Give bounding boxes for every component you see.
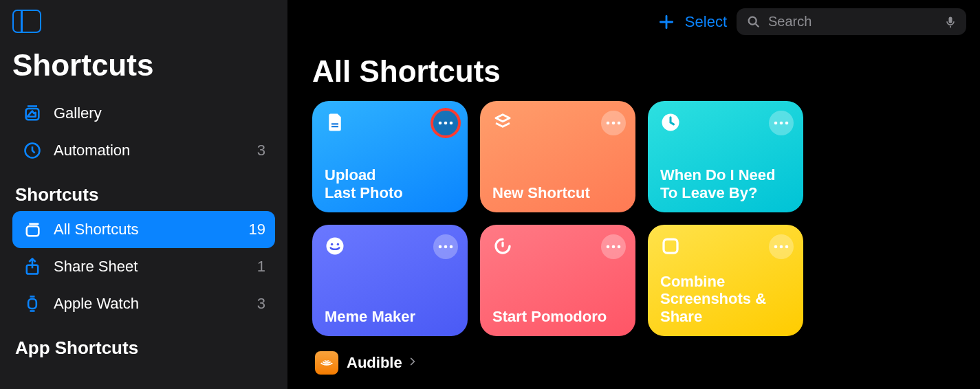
- shortcut-card[interactable]: Start Pomodoro: [480, 225, 635, 336]
- timer-icon: [492, 236, 513, 256]
- sidebar-section-app-shortcuts: App Shortcuts: [15, 337, 272, 359]
- chevron-right-icon: [408, 355, 417, 370]
- svg-rect-8: [331, 126, 338, 127]
- clock-icon: [660, 112, 681, 133]
- search-icon: [746, 14, 761, 30]
- svg-rect-2: [27, 226, 39, 236]
- card-more-button[interactable]: [433, 111, 458, 135]
- share-icon: [22, 256, 43, 277]
- sidebar-section-shortcuts: Shortcuts: [15, 184, 272, 205]
- main: Select All Shortcuts Upload Last PhotoNe…: [287, 0, 980, 389]
- svg-rect-6: [949, 16, 952, 23]
- card-more-button[interactable]: [601, 111, 626, 135]
- shortcuts-grid: Upload Last PhotoNew ShortcutWhen Do I N…: [312, 101, 968, 336]
- search-field[interactable]: [737, 8, 966, 35]
- card-title: Combine Screenshots & Share: [660, 273, 791, 325]
- app-section-label: Audible: [347, 354, 402, 372]
- gallery-icon: [22, 103, 43, 124]
- svg-point-13: [612, 122, 616, 125]
- svg-point-20: [331, 243, 334, 246]
- svg-point-18: [785, 122, 789, 125]
- svg-point-21: [337, 243, 340, 246]
- svg-point-22: [439, 245, 442, 249]
- shortcut-card[interactable]: Upload Last Photo: [312, 101, 468, 212]
- shortcut-card[interactable]: Combine Screenshots & Share: [648, 225, 803, 336]
- svg-point-16: [774, 122, 778, 125]
- svg-point-5: [749, 16, 756, 24]
- stack-icon: [492, 112, 513, 133]
- svg-rect-4: [28, 299, 36, 309]
- sidebar-item-label: Gallery: [54, 104, 265, 122]
- svg-rect-7: [331, 123, 338, 124]
- svg-rect-28: [664, 239, 677, 253]
- sidebar-item-automation[interactable]: Automation 3: [12, 132, 275, 169]
- sidebar-item-gallery[interactable]: Gallery: [12, 95, 275, 132]
- card-more-button[interactable]: [769, 234, 794, 259]
- svg-point-17: [780, 122, 783, 125]
- svg-point-24: [450, 245, 453, 249]
- shortcut-card[interactable]: When Do I Need To Leave By?: [648, 101, 803, 212]
- svg-point-14: [618, 122, 621, 125]
- app-section-audible[interactable]: Audible: [315, 351, 980, 375]
- sidebar-item-all-shortcuts[interactable]: All Shortcuts 19: [12, 211, 275, 248]
- sidebar-item-count: 3: [257, 142, 265, 159]
- app-title: Shortcuts: [12, 48, 275, 82]
- shortcut-card[interactable]: New Shortcut: [480, 101, 635, 212]
- card-title: When Do I Need To Leave By?: [660, 166, 791, 201]
- svg-point-9: [439, 122, 442, 125]
- audible-icon: [315, 351, 338, 375]
- card-title: Upload Last Photo: [325, 166, 455, 201]
- topbar: Select: [287, 0, 980, 38]
- sidebar-item-label: All Shortcuts: [54, 221, 249, 238]
- svg-point-12: [607, 122, 610, 125]
- svg-point-10: [444, 122, 448, 125]
- smile-icon: [325, 236, 345, 256]
- svg-point-27: [618, 245, 621, 249]
- sidebar-item-count: 3: [257, 295, 265, 313]
- card-more-button[interactable]: [601, 234, 626, 259]
- automation-icon: [22, 140, 43, 161]
- select-button[interactable]: Select: [685, 13, 727, 31]
- sidebar-item-label: Share Sheet: [54, 258, 257, 276]
- svg-point-29: [774, 245, 778, 249]
- square-icon: [660, 236, 681, 256]
- sidebar-item-label: Apple Watch: [54, 295, 257, 313]
- sidebar-toggle-icon[interactable]: [12, 10, 41, 33]
- svg-point-31: [785, 245, 789, 249]
- sidebar-item-share-sheet[interactable]: Share Sheet 1: [12, 248, 275, 285]
- stack-icon: [22, 219, 43, 240]
- page-title: All Shortcuts: [312, 54, 980, 89]
- card-more-button[interactable]: [433, 234, 458, 259]
- svg-point-25: [607, 245, 610, 249]
- card-more-button[interactable]: [769, 111, 794, 135]
- document-icon: [325, 112, 345, 133]
- svg-point-30: [780, 245, 783, 249]
- svg-point-11: [450, 122, 453, 125]
- sidebar: Shortcuts Gallery Automation 3 Shortcuts…: [0, 0, 287, 389]
- sidebar-item-apple-watch[interactable]: Apple Watch 3: [12, 285, 275, 322]
- search-input[interactable]: [767, 13, 944, 30]
- card-title: New Shortcut: [492, 184, 623, 201]
- mic-icon[interactable]: [944, 15, 957, 29]
- svg-point-23: [444, 245, 448, 249]
- add-shortcut-button[interactable]: [657, 13, 675, 31]
- sidebar-item-label: Automation: [54, 142, 257, 159]
- svg-point-19: [327, 238, 344, 255]
- shortcut-card[interactable]: Meme Maker: [312, 225, 468, 336]
- watch-icon: [22, 293, 43, 314]
- sidebar-item-count: 19: [249, 221, 265, 238]
- sidebar-item-count: 1: [257, 258, 265, 276]
- card-title: Meme Maker: [325, 308, 455, 325]
- svg-point-26: [612, 245, 616, 249]
- card-title: Start Pomodoro: [492, 308, 623, 325]
